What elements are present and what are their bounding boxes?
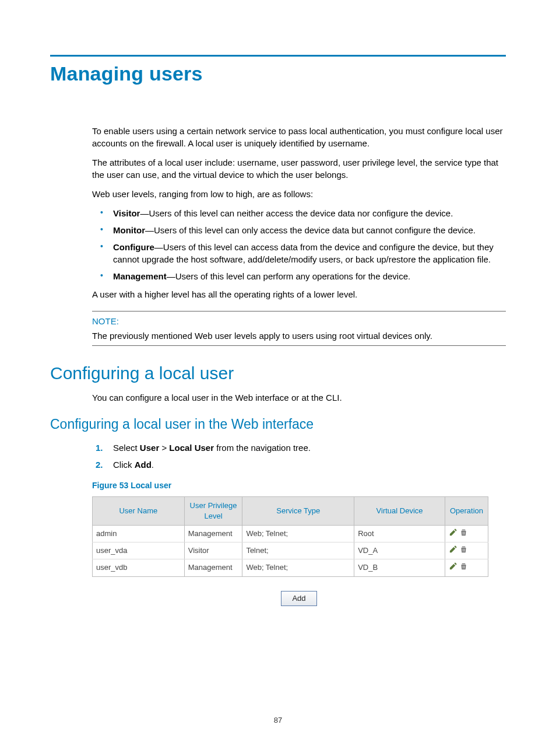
edit-icon[interactable]: [449, 528, 458, 540]
level-name: Monitor: [113, 225, 145, 235]
list-item: Configure—Users of this level can access…: [92, 241, 506, 265]
cell-user-name: user_vda: [93, 542, 185, 559]
step-text: Click: [113, 460, 135, 470]
cell-user-name: user_vdb: [93, 559, 185, 576]
svg-rect-4: [462, 566, 463, 569]
col-user-name: User Name: [93, 496, 185, 525]
page-title: Managing users: [50, 62, 506, 85]
intro-paragraph: To enable users using a certain network …: [92, 125, 506, 149]
intro-paragraph: The attributes of a local user include: …: [92, 156, 506, 181]
table-row: user_vdbManagementWeb; Telnet;VD_B: [93, 559, 488, 576]
figure-caption: Figure 53 Local user: [92, 480, 506, 492]
step-bold: Add: [135, 460, 152, 470]
level-desc: —Users of this level can access data fro…: [113, 242, 494, 264]
edit-icon[interactable]: [449, 562, 458, 573]
top-rule: [50, 55, 506, 57]
table-row: adminManagementWeb; Telnet;Root: [93, 525, 488, 542]
cell-virtual-device: Root: [354, 525, 445, 542]
list-item: Visitor—Users of this level can neither …: [92, 207, 506, 219]
step-text: Select: [113, 443, 140, 453]
col-service-type: Service Type: [242, 496, 354, 525]
cell-privilege: Management: [184, 559, 242, 576]
section-heading: Configuring a local user: [50, 363, 506, 383]
svg-rect-3: [464, 549, 464, 552]
col-operation: Operation: [445, 496, 488, 525]
cell-service-type: Telnet;: [242, 542, 354, 559]
note-label: NOTE:: [92, 315, 506, 327]
cell-service-type: Web; Telnet;: [242, 525, 354, 542]
cell-operation: [445, 559, 488, 576]
level-name: Visitor: [113, 208, 140, 218]
cell-operation: [445, 542, 488, 559]
svg-rect-1: [464, 532, 464, 535]
cell-user-name: admin: [93, 525, 185, 542]
delete-icon[interactable]: [460, 562, 467, 573]
col-virtual-device: Virtual Device: [354, 496, 445, 525]
list-item: Select User > Local User from the naviga…: [92, 442, 506, 454]
list-item: Management—Users of this level can perfo…: [92, 270, 506, 282]
local-user-table: User Name User Privilege Level Service T…: [92, 496, 488, 577]
level-name: Configure: [113, 242, 154, 252]
add-button[interactable]: Add: [281, 591, 316, 606]
level-desc: —Users of this level can neither access …: [140, 208, 453, 218]
page-number: 87: [0, 716, 556, 724]
intro-paragraph: A user with a higher level has all the o…: [92, 288, 506, 300]
table-row: user_vdaVisitorTelnet;VD_A: [93, 542, 488, 559]
cell-virtual-device: VD_B: [354, 559, 445, 576]
list-item: Click Add.: [92, 459, 506, 471]
svg-rect-2: [462, 549, 463, 552]
section-paragraph: You can configure a local user in the We…: [92, 391, 506, 404]
svg-rect-5: [464, 566, 464, 569]
list-item: Monitor—Users of this level can only acc…: [92, 224, 506, 236]
delete-icon[interactable]: [460, 528, 467, 540]
steps-list: Select User > Local User from the naviga…: [92, 442, 506, 471]
level-name: Management: [113, 271, 167, 281]
step-text: from the navigation tree.: [214, 443, 311, 453]
step-bold: User: [140, 443, 159, 453]
note-box: NOTE: The previously mentioned Web user …: [92, 311, 506, 346]
subsection-heading: Configuring a local user in the Web inte…: [50, 416, 506, 432]
intro-paragraph: Web user levels, ranging from low to hig…: [92, 188, 506, 200]
step-text: .: [152, 460, 154, 470]
svg-rect-0: [462, 532, 463, 535]
cell-virtual-device: VD_A: [354, 542, 445, 559]
edit-icon[interactable]: [449, 545, 458, 556]
step-text: >: [159, 443, 169, 453]
level-desc: —Users of this level can only access the…: [145, 225, 476, 235]
delete-icon[interactable]: [460, 545, 467, 556]
cell-privilege: Visitor: [184, 542, 242, 559]
cell-operation: [445, 525, 488, 542]
col-user-privilege-level: User Privilege Level: [184, 496, 242, 525]
note-text: The previously mentioned Web user levels…: [92, 330, 506, 342]
step-bold: Local User: [169, 443, 214, 453]
cell-privilege: Management: [184, 525, 242, 542]
cell-service-type: Web; Telnet;: [242, 559, 354, 576]
level-desc: —Users of this level can perform any ope…: [167, 271, 411, 281]
user-level-list: Visitor—Users of this level can neither …: [92, 207, 506, 282]
